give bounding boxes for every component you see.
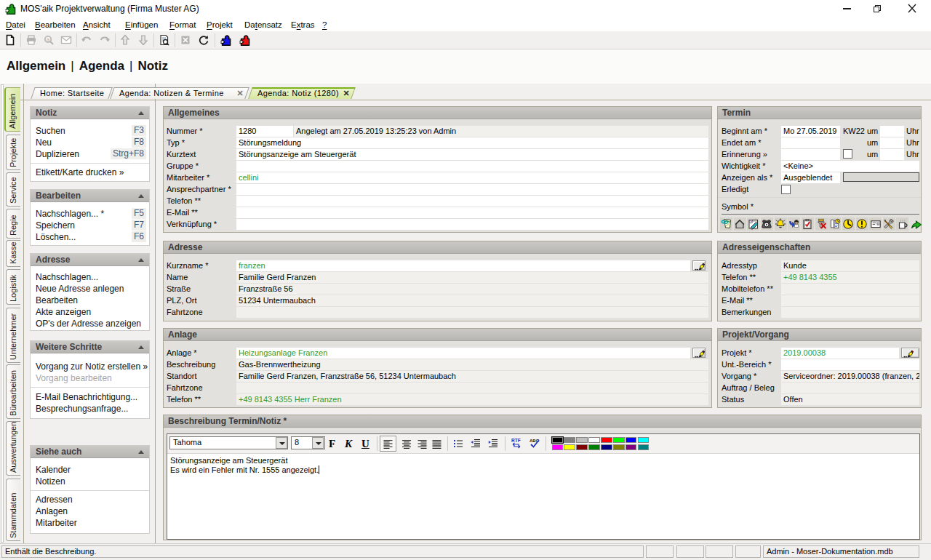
svg-text:RTF: RTF [511, 438, 521, 443]
svg-text:a: a [47, 37, 49, 42]
